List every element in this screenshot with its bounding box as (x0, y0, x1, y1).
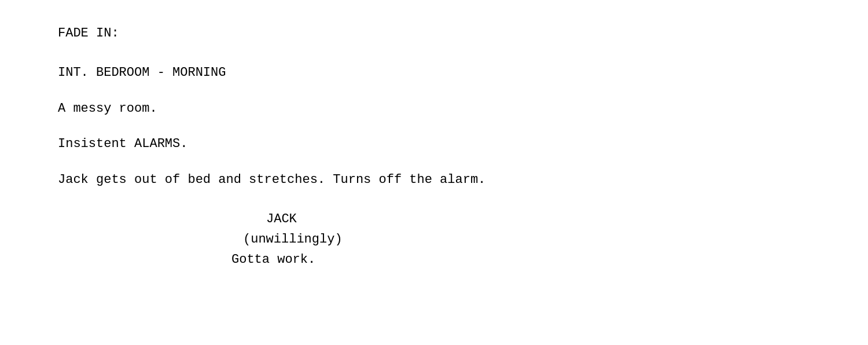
scene-heading-text: INT. BEDROOM - MORNING (58, 65, 226, 80)
action-line-3: Jack gets out of bed and stretches. Turn… (58, 170, 810, 190)
dialogue-text: Gotta work. (231, 252, 315, 267)
action-text-2: Insistent ALARMS. (58, 137, 187, 151)
screenplay-content: FADE IN: INT. BEDROOM - MORNING A messy … (0, 0, 868, 293)
character-name: JACK (266, 209, 810, 229)
action-text-3: Jack gets out of bed and stretches. Turn… (58, 172, 486, 187)
dialogue-block: JACK (unwillingly) Gotta work. (231, 209, 810, 270)
character-name-text: JACK (266, 212, 297, 226)
scene-heading: INT. BEDROOM - MORNING (58, 63, 810, 83)
parenthetical-text: (unwillingly) (243, 232, 343, 247)
action-line-2: Insistent ALARMS. (58, 134, 810, 154)
fade-in-text: FADE IN: (58, 26, 119, 41)
fade-in: FADE IN: (58, 23, 810, 43)
dialogue-line: Gotta work. (231, 249, 810, 270)
action-text-1: A messy room. (58, 101, 157, 116)
parenthetical: (unwillingly) (243, 229, 810, 249)
action-line-1: A messy room. (58, 98, 810, 119)
